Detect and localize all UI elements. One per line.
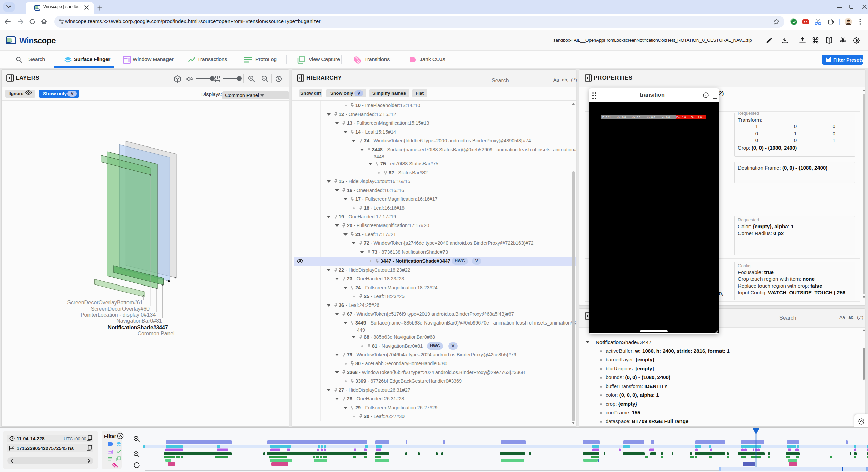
- svg-text:ScreenDecorOverlayBottom#61: ScreenDecorOverlayBottom#61: [67, 300, 143, 306]
- svg-text:PointerLocation - display 0#13: PointerLocation - display 0#134: [81, 312, 156, 318]
- svg-text:NavigationBar0#81: NavigationBar0#81: [116, 318, 162, 324]
- svg-text:Common Panel: Common Panel: [138, 331, 175, 336]
- svg-text:NotificationShade#3447: NotificationShade#3447: [107, 324, 168, 330]
- svg-text:ScreenDecorOverlay#60: ScreenDecorOverlay#60: [91, 306, 150, 312]
